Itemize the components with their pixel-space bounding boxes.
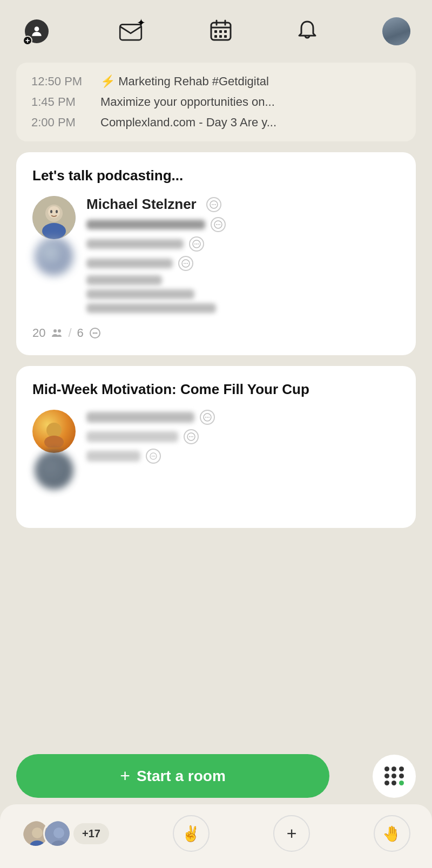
avatar-stack-1 — [32, 196, 76, 276]
svg-point-36 — [96, 333, 97, 334]
schedule-title-3: Complexland.com - Day 3 Are y... — [100, 116, 276, 130]
schedule-card: 12:50 PM ⚡ Marketing Rehab #Getdigital 1… — [16, 63, 416, 141]
blurred-avatar-1 — [35, 237, 73, 276]
nav-add-button[interactable]: + — [273, 815, 310, 852]
svg-rect-6 — [214, 35, 217, 38]
svg-point-21 — [218, 224, 219, 225]
svg-point-40 — [205, 417, 206, 418]
svg-point-44 — [189, 436, 190, 437]
schedule-time-1: 12:50 PM — [31, 74, 96, 89]
svg-point-0 — [35, 26, 39, 31]
host-name: Michael Stelzner — [86, 196, 197, 213]
chat-bubble-3 — [189, 236, 204, 252]
nav-avatar-2 — [43, 819, 71, 847]
svg-point-31 — [53, 329, 57, 333]
svg-point-13 — [50, 210, 52, 213]
nav-count-badge: +17 — [73, 823, 109, 844]
divider: / — [68, 326, 71, 340]
schedule-item-2[interactable]: 1:45 PM Maximize your opportunities on..… — [31, 95, 401, 109]
svg-point-38 — [44, 436, 64, 447]
schedule-title-2: Maximize your opportunities on... — [100, 95, 275, 109]
room-card-2[interactable]: Mid-Week Motivation: Come Fill Your Cup — [16, 366, 416, 528]
grid-dot-8 — [392, 781, 396, 785]
room2-participant-row-1 — [86, 410, 400, 425]
host-avatar — [32, 196, 76, 239]
svg-point-46 — [192, 436, 193, 437]
svg-point-30 — [187, 263, 188, 264]
start-room-button[interactable]: + Start a room — [16, 754, 329, 798]
participant-row-5 — [86, 275, 400, 285]
bell-icon — [296, 19, 319, 42]
grid-dot-9-green — [399, 781, 404, 785]
participant-name-blurred — [86, 289, 194, 299]
room2-participant-name-1 — [86, 412, 194, 423]
svg-point-29 — [185, 263, 186, 264]
grid-menu-button[interactable] — [373, 755, 416, 798]
peace-button[interactable]: ✌️ — [173, 815, 210, 852]
svg-point-16 — [212, 204, 213, 205]
user-avatar[interactable] — [382, 17, 410, 45]
hand-emoji: 🤚 — [382, 825, 401, 843]
svg-point-37 — [46, 423, 62, 438]
room-title-1: Let's talk podcasting... — [32, 167, 400, 184]
calendar-button[interactable] — [210, 19, 232, 44]
avatar-stack-2 — [32, 410, 76, 490]
svg-point-48 — [152, 456, 153, 457]
svg-rect-8 — [224, 35, 227, 38]
schedule-item-3[interactable]: 2:00 PM Complexland.com - Day 3 Are y... — [31, 116, 401, 130]
svg-point-34 — [92, 333, 94, 334]
people-icon — [51, 327, 63, 339]
room-title-2: Mid-Week Motivation: Come Fill Your Cup — [32, 381, 400, 398]
grid-dot-3 — [399, 767, 404, 771]
svg-point-17 — [213, 204, 214, 205]
schedule-time-2: 1:45 PM — [31, 95, 96, 109]
room2-participants-list — [86, 410, 400, 468]
schedule-item-1[interactable]: 12:50 PM ⚡ Marketing Rehab #Getdigital — [31, 74, 401, 89]
svg-rect-4 — [219, 30, 222, 33]
calendar-icon — [210, 19, 232, 42]
grid-dots — [384, 767, 404, 786]
action-bar: + Start a room — [0, 754, 432, 798]
schedule-emoji-1: ⚡ — [100, 74, 115, 88]
participant-name-blurred — [86, 239, 184, 249]
schedule-title-1: ⚡ Marketing Rehab #Getdigital — [100, 74, 269, 89]
participant-name-blurred — [86, 275, 162, 285]
raise-hand-button[interactable]: 🤚 — [374, 815, 410, 852]
svg-point-45 — [191, 436, 192, 437]
participant-name-blurred — [86, 259, 173, 268]
svg-point-28 — [184, 263, 185, 264]
room2-avatar-1 — [32, 410, 76, 453]
participant-row-2 — [86, 217, 400, 232]
svg-point-32 — [58, 329, 61, 333]
svg-rect-3 — [214, 30, 217, 33]
star-badge: ✦ — [137, 16, 146, 29]
room-participants-1: Michael Stelzner — [32, 196, 400, 317]
room2-participant-name-2 — [86, 431, 178, 442]
svg-point-14 — [56, 210, 58, 213]
inbox-button[interactable]: ✦ — [116, 16, 146, 46]
nav-avatars-group[interactable]: +17 — [22, 819, 109, 847]
peace-emoji: ✌️ — [181, 825, 200, 843]
room2-chat-bubble-1 — [200, 410, 215, 425]
room-card-1[interactable]: Let's talk podcasting... — [16, 152, 416, 355]
chat-bubble-4 — [178, 256, 193, 271]
room2-participants — [32, 410, 400, 490]
participants-list-1: Michael Stelzner — [86, 196, 400, 317]
chat-bubble-1 — [206, 197, 221, 212]
room2-participant-row-3 — [86, 449, 400, 464]
notifications-button[interactable] — [296, 19, 319, 44]
chat-bubble-2 — [211, 217, 226, 232]
svg-rect-5 — [224, 30, 227, 33]
svg-rect-7 — [219, 35, 222, 38]
participant-row-6 — [86, 289, 400, 299]
add-contact-button[interactable]: + — [22, 16, 52, 46]
grid-dot-1 — [384, 767, 389, 771]
svg-point-55 — [53, 828, 64, 838]
svg-point-35 — [94, 333, 96, 334]
start-room-label: Start a room — [137, 768, 226, 785]
spacer — [0, 539, 432, 647]
grid-dot-6 — [399, 774, 404, 778]
svg-point-26 — [198, 243, 199, 245]
start-room-plus-icon: + — [120, 766, 130, 786]
bottom-nav: +17 ✌️ + 🤚 — [0, 804, 432, 868]
